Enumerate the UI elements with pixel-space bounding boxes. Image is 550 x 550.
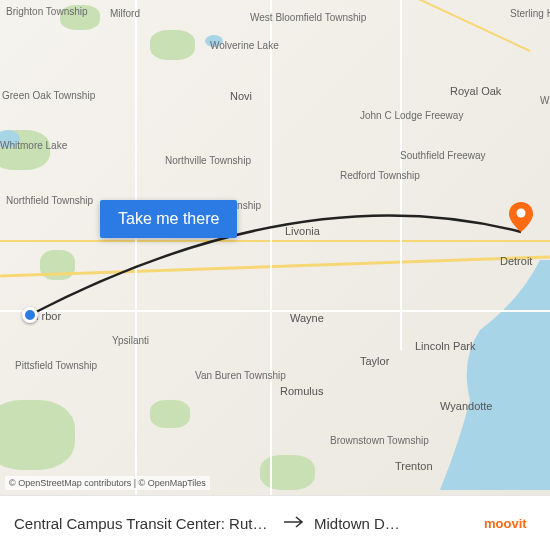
- route-summary: Central Campus Transit Center: Ruth… Mid…: [14, 515, 476, 532]
- take-me-there-button[interactable]: Take me there: [100, 200, 237, 238]
- svg-text:moovit: moovit: [484, 516, 527, 531]
- moovit-logo: moovit: [484, 512, 536, 534]
- road: [0, 310, 550, 312]
- map-attribution: © OpenStreetMap contributors | © OpenMap…: [5, 476, 210, 490]
- map-viewport[interactable]: Brighton TownshipMilfordWest Bloomfield …: [0, 0, 550, 495]
- arrow-right-icon: [284, 515, 304, 532]
- origin-marker[interactable]: [22, 307, 38, 323]
- road: [0, 240, 550, 242]
- svg-point-0: [517, 209, 526, 218]
- route-to: Midtown D…: [314, 515, 400, 532]
- park: [0, 400, 75, 470]
- park: [150, 400, 190, 428]
- road: [400, 0, 402, 350]
- detroit-river: [410, 260, 550, 495]
- park: [260, 455, 315, 490]
- lake: [205, 35, 223, 47]
- route-footer: Central Campus Transit Center: Ruth… Mid…: [0, 495, 550, 550]
- road: [135, 0, 137, 495]
- road: [270, 0, 272, 495]
- park: [60, 5, 100, 30]
- route-from: Central Campus Transit Center: Ruth…: [14, 515, 274, 532]
- park: [150, 30, 195, 60]
- destination-marker[interactable]: [509, 202, 533, 232]
